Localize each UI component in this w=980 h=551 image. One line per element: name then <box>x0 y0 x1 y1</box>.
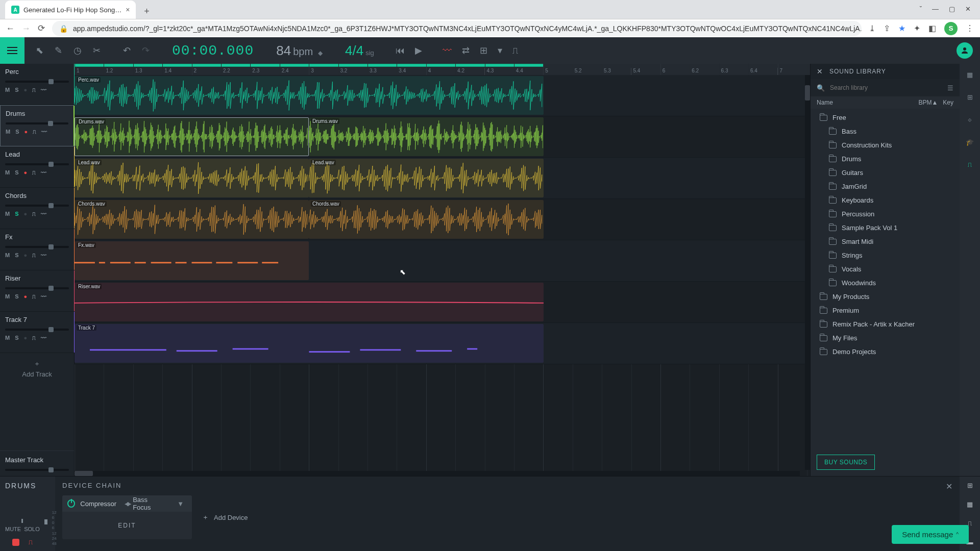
forward-icon[interactable]: → <box>22 23 31 34</box>
track-header[interactable]: Track 7 M S ● ⎍ 〰 <box>0 312 74 353</box>
solo-button[interactable]: S <box>15 129 19 135</box>
panel-view2-icon[interactable]: ▦ <box>967 500 973 508</box>
audio-clip[interactable]: Fx.wav <box>75 241 309 280</box>
pencil-tool-icon[interactable]: ✎ <box>55 45 62 56</box>
library-folder[interactable]: Woodwinds <box>811 276 960 290</box>
track-header[interactable]: Fx M S ● ⎍ 〰 <box>0 229 74 270</box>
cut-tool-icon[interactable]: ✂ <box>93 45 101 56</box>
meter-icon[interactable]: ⎍ <box>32 87 36 93</box>
audio-clip[interactable]: Chords.wav <box>309 200 544 239</box>
arm-icon[interactable]: ● <box>24 335 28 341</box>
device-card[interactable]: Compressor ◀▶ Bass Focus ▼ EDIT <box>62 495 192 539</box>
link-panel-icon[interactable]: ⟐ <box>964 114 975 125</box>
loop-icon[interactable]: ⇄ <box>462 45 470 56</box>
track-volume-slider[interactable] <box>6 122 68 124</box>
col-name[interactable]: Name <box>817 99 918 106</box>
tab-close-icon[interactable]: × <box>126 6 130 14</box>
redo-icon[interactable]: ↷ <box>142 45 150 56</box>
meter-bars-icon[interactable]: ⎍ <box>29 538 33 546</box>
mute-button[interactable]: M <box>5 169 10 176</box>
solo-button[interactable]: S <box>15 169 18 176</box>
library-folder[interactable]: JamGrid <box>811 180 960 193</box>
library-folder[interactable]: Remix Pack - Artik x Kacher <box>811 317 960 331</box>
horizontal-scrollbar[interactable] <box>75 471 800 476</box>
prev-next-preset-icon[interactable]: ◀▶ <box>125 500 130 507</box>
add-track-button[interactable]: ＋Add Track <box>0 353 74 384</box>
track-lane[interactable]: Chords.wavChords.wav <box>75 199 810 240</box>
back-icon[interactable]: ← <box>6 23 15 34</box>
solo-button[interactable]: S <box>15 293 18 299</box>
mute-button[interactable]: M <box>5 211 10 217</box>
time-display[interactable]: 00:00.000 <box>172 43 254 59</box>
window-close-icon[interactable]: ✕ <box>965 5 971 13</box>
track-lane[interactable]: Fx.wav <box>75 240 810 282</box>
menu-dots-icon[interactable]: ⋮ <box>966 23 974 33</box>
library-folder[interactable]: Drums <box>811 152 960 166</box>
audio-clip[interactable]: Track 7 <box>75 324 544 363</box>
library-folder[interactable]: Guitars <box>811 166 960 180</box>
library-folder[interactable]: Strings <box>811 248 960 262</box>
solo-button[interactable]: S <box>15 335 18 341</box>
track-header[interactable]: Riser M S ● ⎍ 〰 <box>0 270 74 312</box>
track-volume-slider[interactable] <box>5 329 69 331</box>
track-header[interactable]: Chords M S ● ⎍ 〰 <box>0 188 74 229</box>
audio-clip[interactable]: Lead.wav <box>75 159 309 197</box>
mute-button[interactable]: M <box>5 335 10 341</box>
preset-dropdown-icon[interactable]: ▼ <box>177 500 184 508</box>
automation-icon[interactable]: 〰 <box>41 129 47 135</box>
library-folder[interactable]: Sample Pack Vol 1 <box>811 221 960 235</box>
library-folder[interactable]: Demo Projects <box>811 345 960 359</box>
close-library-icon[interactable]: ✕ <box>817 67 823 76</box>
ai-panel-icon[interactable]: ⎍ <box>964 159 975 170</box>
snap-icon[interactable]: ⊞ <box>480 45 487 56</box>
library-folder[interactable]: Vocals <box>811 262 960 276</box>
mute-button[interactable]: M <box>5 293 10 299</box>
device-preset-selector[interactable]: ◀▶ Bass Focus ▼ <box>121 496 187 511</box>
track-header[interactable]: Lead M S ● ⎍ 〰 <box>0 146 74 188</box>
arm-record-icon[interactable] <box>12 539 19 546</box>
track-lane[interactable]: Perc.wav <box>75 75 810 116</box>
profile-avatar[interactable]: S <box>944 22 958 35</box>
arm-icon[interactable]: ● <box>24 293 28 299</box>
meter-icon[interactable]: ⎍ <box>32 293 36 299</box>
mute-button[interactable]: M <box>6 129 10 135</box>
add-device-button[interactable]: ＋ Add Device <box>202 513 248 522</box>
main-menu-button[interactable] <box>0 37 24 64</box>
power-icon[interactable] <box>67 499 75 508</box>
col-key[interactable]: Key <box>943 99 953 106</box>
audio-clip[interactable]: Chords.wav <box>75 200 309 239</box>
solo-button[interactable]: S <box>15 252 18 258</box>
arm-icon[interactable]: ● <box>24 169 28 176</box>
timeline-ruler[interactable]: 11.21.31.422.22.32.433.23.33.444.24.34.4… <box>75 64 810 75</box>
automation-icon[interactable]: 〰 <box>41 252 46 258</box>
solo-button[interactable]: S <box>15 87 18 93</box>
library-folder[interactable]: Percussion <box>811 207 960 221</box>
new-tab-button[interactable]: + <box>139 4 154 19</box>
automation-icon[interactable]: 〰 <box>443 45 452 56</box>
library-folder[interactable]: Smart Midi <box>811 235 960 248</box>
timer-tool-icon[interactable]: ◷ <box>74 45 82 56</box>
extensions-icon[interactable]: ✦ <box>914 23 920 33</box>
bookmark-icon[interactable]: ★ <box>898 23 905 33</box>
share-icon[interactable]: ⇪ <box>884 23 890 33</box>
library-folder[interactable]: My Products <box>811 290 960 304</box>
automation-icon[interactable]: 〰 <box>41 169 46 176</box>
learn-panel-icon[interactable]: 🎓 <box>964 136 975 147</box>
library-folder[interactable]: Construction Kits <box>811 138 960 152</box>
pointer-tool-icon[interactable]: ⬉ <box>36 45 43 56</box>
user-avatar[interactable] <box>957 42 973 59</box>
audio-clip[interactable]: Drums.wav <box>75 117 309 156</box>
arm-icon[interactable]: ● <box>24 87 28 93</box>
chevron-down-icon[interactable]: ˇ <box>920 5 922 13</box>
rewind-icon[interactable]: ⏮ <box>396 45 405 56</box>
mute-button[interactable]: M <box>5 252 10 258</box>
loop-region[interactable] <box>75 64 544 67</box>
mute-button[interactable]: M <box>5 87 10 93</box>
library-panel-icon[interactable]: ▦ <box>964 69 975 80</box>
track-volume-slider[interactable] <box>5 246 69 248</box>
meter-icon[interactable]: ⎍ <box>33 129 36 135</box>
buy-sounds-button[interactable]: BUY SOUNDS <box>817 455 875 470</box>
library-search-input[interactable] <box>830 84 942 91</box>
edit-device-button[interactable]: EDIT <box>97 519 156 532</box>
track-lane[interactable]: Track 7 <box>75 323 810 364</box>
